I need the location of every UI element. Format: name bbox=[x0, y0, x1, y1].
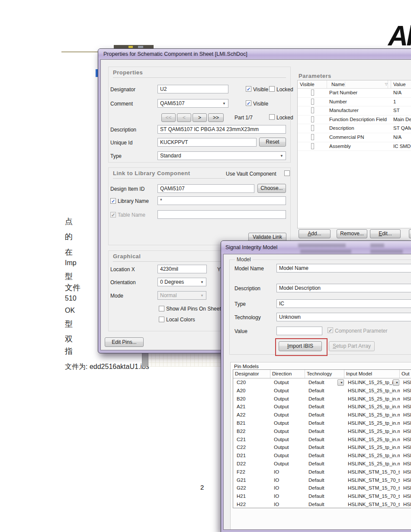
clipped-parameter-button[interactable] bbox=[409, 229, 411, 238]
pin-designator: F22 bbox=[233, 468, 270, 476]
unique-id-input[interactable]: KUCKPPVT bbox=[157, 138, 257, 147]
pin-input-model: HSLINK_STM_15_70_tp_ bbox=[344, 500, 400, 509]
visible-checkbox[interactable] bbox=[311, 125, 314, 131]
visible-checkbox[interactable] bbox=[311, 134, 314, 140]
pin-model-row[interactable]: A21OutputDefaultHSLINK_15_25_tp_in.macHS… bbox=[233, 403, 411, 411]
visible-checkbox[interactable] bbox=[311, 107, 314, 113]
parameter-row[interactable]: Commercial PNN/A bbox=[298, 133, 411, 142]
pin-input-model: HSLINK_15_25_tp_in.i▼ bbox=[344, 378, 400, 387]
parameter-name: Function Description Field bbox=[327, 115, 391, 124]
column-header-visible[interactable]: Visible bbox=[298, 80, 327, 88]
parameters-header-row[interactable]: Visible Name▽ Value bbox=[298, 80, 411, 89]
part-previous-button[interactable]: < bbox=[177, 113, 191, 122]
pin-designator: D21 bbox=[233, 452, 270, 460]
column-header-output-model[interactable]: Out bbox=[400, 370, 411, 378]
column-header-direction[interactable]: Direction bbox=[270, 370, 305, 378]
column-header-value[interactable]: Value bbox=[391, 80, 411, 88]
parameter-row[interactable]: ManufacturerST bbox=[298, 106, 411, 115]
edit-pins-button[interactable]: Edit Pins... bbox=[105, 337, 144, 347]
pin-output-model: HSL bbox=[400, 403, 411, 411]
part-first-button[interactable]: << bbox=[161, 113, 176, 122]
local-colors-checkbox[interactable] bbox=[159, 317, 164, 322]
pin-model-row[interactable]: H21IODefaultHSLINK_STM_15_70_tp_HSL bbox=[233, 492, 411, 500]
choose-button[interactable]: Choose... bbox=[257, 184, 286, 193]
model-name-input[interactable]: Model Name bbox=[276, 264, 411, 272]
visible-checkbox[interactable] bbox=[311, 99, 314, 105]
pin-designator: C22 bbox=[233, 443, 270, 452]
parameters-heading: Parameters bbox=[299, 73, 331, 79]
designator-visible-checkbox[interactable] bbox=[246, 86, 251, 92]
pin-model-row[interactable]: C20OutputDefault▼HSLINK_15_25_tp_in.i▼HS… bbox=[233, 378, 411, 387]
orientation-combobox[interactable]: 0 Degrees bbox=[157, 278, 206, 286]
column-header-technology[interactable]: Technology bbox=[305, 370, 344, 378]
model-description-input[interactable]: Model Description bbox=[276, 284, 411, 292]
column-header-input-model[interactable]: Input Model bbox=[344, 370, 400, 378]
parameter-row[interactable]: Part NumberN/A bbox=[298, 89, 411, 98]
visible-cell bbox=[298, 124, 327, 133]
technology-combobox[interactable]: Unknown bbox=[276, 313, 411, 321]
parameters-table: Visible Name▽ Value Part NumberN/ANumber… bbox=[297, 80, 411, 228]
pin-model-row[interactable]: G22IODefaultHSLINK_STM_15_70_tp_HSL bbox=[233, 484, 411, 492]
pin-input-model: HSLINK_15_25_tp_in.mac bbox=[344, 387, 400, 395]
use-vault-checkbox[interactable] bbox=[284, 170, 290, 176]
library-name-input[interactable]: * bbox=[157, 196, 286, 205]
model-description-label: Description bbox=[234, 285, 260, 292]
pin-model-row[interactable]: C21OutputDefaultHSLINK_15_25_tp_in.macHS… bbox=[233, 436, 411, 444]
dropdown-arrow-icon[interactable]: ▼ bbox=[337, 379, 344, 386]
pin-model-row[interactable]: D22OutputDefaultHSLINK_15_25_tp_in.macHS… bbox=[233, 460, 411, 468]
pin-model-row[interactable]: A20OutputDefaultHSLINK_15_25_tp_in.macHS… bbox=[233, 387, 411, 395]
pin-model-row[interactable]: B21OutputDefaultHSLINK_15_25_tp_in.macHS… bbox=[233, 419, 411, 427]
pin-models-header-row[interactable]: Designator Direction Technology Input Mo… bbox=[233, 370, 411, 378]
pin-model-row[interactable]: G21IODefaultHSLINK_STM_15_70_tp_HSL bbox=[233, 476, 411, 484]
pin-model-row[interactable]: B20OutputDefaultHSLINK_15_25_tp_in.macHS… bbox=[233, 395, 411, 403]
comment-combobox[interactable]: QAMi5107 bbox=[157, 99, 228, 108]
pin-input-model: HSLINK_STM_15_70_tp_ bbox=[344, 492, 400, 500]
pin-designator: G21 bbox=[233, 476, 270, 484]
show-all-pins-checkbox[interactable] bbox=[159, 306, 164, 311]
properties-dialog-titlebar[interactable]: Properties for Schematic Component in Sh… bbox=[98, 49, 411, 59]
pin-output-model: HSL bbox=[400, 500, 411, 509]
pin-model-row[interactable]: H22IODefaultHSLINK_STM_15_70_tp_HSL bbox=[233, 500, 411, 509]
description-input[interactable]: ST QAMi5107 IC PBGA 324 23mmX23mm bbox=[157, 125, 286, 134]
parameter-row[interactable]: Number1 bbox=[298, 98, 411, 107]
library-name-checkbox[interactable] bbox=[110, 198, 116, 204]
column-header-designator[interactable]: Designator bbox=[233, 370, 270, 378]
pin-model-row[interactable]: F22IODefaultHSLINK_STM_15_70_tp_HSL bbox=[233, 468, 411, 476]
schematic-grid-fragment bbox=[148, 354, 221, 367]
add-parameter-button[interactable]: Add... bbox=[299, 229, 331, 238]
visible-checkbox[interactable] bbox=[311, 116, 314, 122]
pin-model-row[interactable]: C22OutputDefaultHSLINK_15_25_tp_in.macHS… bbox=[233, 443, 411, 452]
visible-checkbox[interactable] bbox=[311, 90, 314, 96]
pin-model-row[interactable]: D21OutputDefaultHSLINK_15_25_tp_in.macHS… bbox=[233, 452, 411, 460]
pin-model-row[interactable]: B22OutputDefaultHSLINK_15_25_tp_in.macHS… bbox=[233, 427, 411, 436]
pin-model-row[interactable]: A22OutputDefaultHSLINK_15_25_tp_in.macHS… bbox=[233, 411, 411, 419]
model-type-combobox[interactable]: IC bbox=[276, 299, 411, 308]
edit-parameter-button[interactable]: Edit... bbox=[370, 229, 401, 238]
value-input[interactable] bbox=[276, 327, 322, 335]
visible-checkbox[interactable] bbox=[311, 143, 314, 149]
comment-visible-checkbox[interactable] bbox=[246, 100, 251, 106]
visible-cell bbox=[298, 98, 327, 106]
local-colors-label: Local Colors bbox=[166, 317, 195, 323]
pin-designator: A21 bbox=[233, 403, 270, 411]
part-locked-checkbox[interactable] bbox=[269, 114, 275, 120]
pin-output-model: HSL bbox=[400, 419, 411, 427]
parameter-row[interactable]: AssemblyIC SMD - bbox=[298, 142, 411, 151]
part-next-button[interactable]: > bbox=[193, 113, 207, 122]
parameter-row[interactable]: DescriptionST QAMi5 bbox=[298, 124, 411, 133]
location-x-input[interactable]: 4230mil bbox=[157, 265, 207, 273]
parameter-row[interactable]: Function Description FieldMain Dev bbox=[298, 115, 411, 125]
design-item-id-input[interactable]: QAMi5107 bbox=[157, 184, 254, 193]
pin-direction: IO bbox=[270, 500, 305, 509]
show-all-pins-label: Show All Pins On Sheet (E bbox=[166, 306, 228, 312]
model-group-heading: Model bbox=[235, 256, 253, 263]
column-header-name[interactable]: Name▽ bbox=[327, 80, 391, 88]
type-combobox[interactable]: Standard bbox=[157, 151, 286, 160]
designator-locked-checkbox[interactable] bbox=[269, 86, 275, 92]
part-last-button[interactable]: >> bbox=[208, 113, 224, 122]
dropdown-arrow-icon[interactable]: ▼ bbox=[393, 379, 399, 386]
table-name-input[interactable] bbox=[157, 210, 286, 219]
designator-input[interactable]: U2 bbox=[157, 85, 228, 93]
reset-button[interactable]: Reset bbox=[259, 138, 286, 147]
remove-parameter-button[interactable]: Remove... bbox=[337, 229, 367, 238]
